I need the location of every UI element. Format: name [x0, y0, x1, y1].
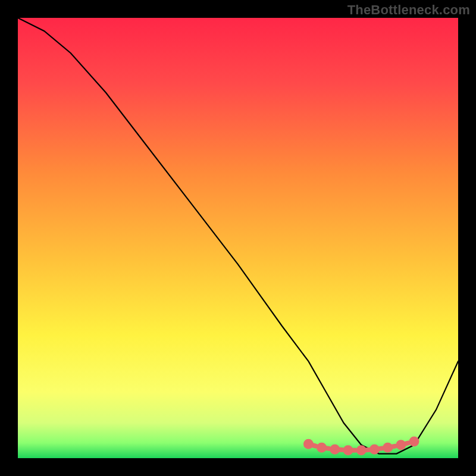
- svg-point-16: [412, 439, 417, 444]
- bottleneck-chart: [0, 0, 476, 476]
- svg-point-13: [385, 445, 390, 450]
- svg-point-11: [372, 447, 377, 452]
- svg-point-3: [319, 445, 324, 450]
- chart-frame: { "watermark": "TheBottleneck.com", "plo…: [0, 0, 476, 476]
- plot-background: [18, 18, 458, 458]
- svg-point-7: [346, 447, 351, 453]
- svg-point-9: [359, 447, 364, 453]
- svg-point-1: [306, 441, 311, 447]
- svg-point-5: [332, 447, 337, 452]
- svg-point-15: [398, 442, 403, 447]
